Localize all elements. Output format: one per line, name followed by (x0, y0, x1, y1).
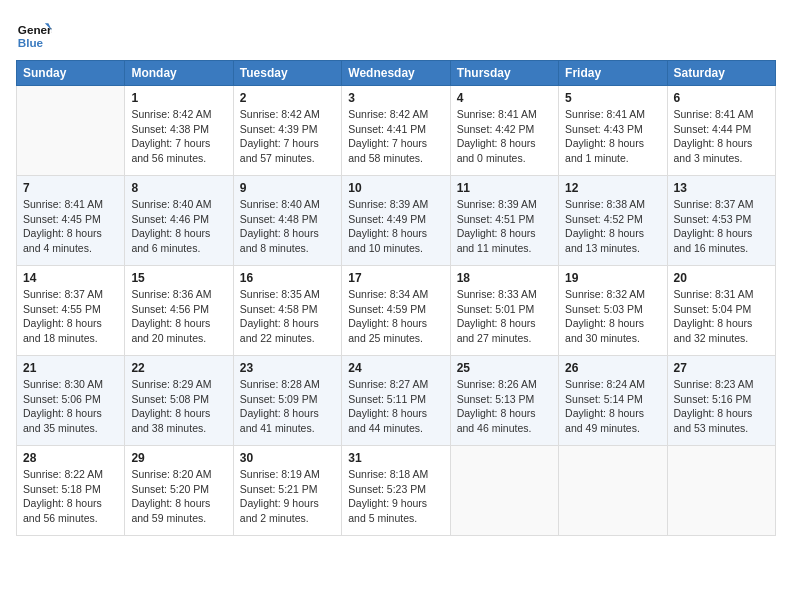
day-number: 19 (565, 271, 660, 285)
day-info: Sunrise: 8:36 AM Sunset: 4:56 PM Dayligh… (131, 287, 226, 346)
calendar-cell (559, 446, 667, 536)
calendar-cell: 31Sunrise: 8:18 AM Sunset: 5:23 PM Dayli… (342, 446, 450, 536)
day-info: Sunrise: 8:40 AM Sunset: 4:48 PM Dayligh… (240, 197, 335, 256)
day-info: Sunrise: 8:32 AM Sunset: 5:03 PM Dayligh… (565, 287, 660, 346)
calendar-cell: 4Sunrise: 8:41 AM Sunset: 4:42 PM Daylig… (450, 86, 558, 176)
day-number: 23 (240, 361, 335, 375)
column-header-friday: Friday (559, 61, 667, 86)
day-info: Sunrise: 8:30 AM Sunset: 5:06 PM Dayligh… (23, 377, 118, 436)
calendar-cell: 3Sunrise: 8:42 AM Sunset: 4:41 PM Daylig… (342, 86, 450, 176)
day-info: Sunrise: 8:29 AM Sunset: 5:08 PM Dayligh… (131, 377, 226, 436)
calendar-cell: 8Sunrise: 8:40 AM Sunset: 4:46 PM Daylig… (125, 176, 233, 266)
day-number: 6 (674, 91, 769, 105)
calendar-cell: 28Sunrise: 8:22 AM Sunset: 5:18 PM Dayli… (17, 446, 125, 536)
day-info: Sunrise: 8:34 AM Sunset: 4:59 PM Dayligh… (348, 287, 443, 346)
calendar-cell: 17Sunrise: 8:34 AM Sunset: 4:59 PM Dayli… (342, 266, 450, 356)
day-info: Sunrise: 8:39 AM Sunset: 4:49 PM Dayligh… (348, 197, 443, 256)
calendar-cell (450, 446, 558, 536)
day-number: 11 (457, 181, 552, 195)
day-number: 1 (131, 91, 226, 105)
calendar-cell: 24Sunrise: 8:27 AM Sunset: 5:11 PM Dayli… (342, 356, 450, 446)
day-info: Sunrise: 8:24 AM Sunset: 5:14 PM Dayligh… (565, 377, 660, 436)
day-info: Sunrise: 8:31 AM Sunset: 5:04 PM Dayligh… (674, 287, 769, 346)
day-number: 24 (348, 361, 443, 375)
day-number: 9 (240, 181, 335, 195)
page-header: General Blue (16, 16, 776, 52)
calendar-cell: 2Sunrise: 8:42 AM Sunset: 4:39 PM Daylig… (233, 86, 341, 176)
day-number: 18 (457, 271, 552, 285)
column-header-sunday: Sunday (17, 61, 125, 86)
day-number: 21 (23, 361, 118, 375)
day-number: 16 (240, 271, 335, 285)
day-info: Sunrise: 8:22 AM Sunset: 5:18 PM Dayligh… (23, 467, 118, 526)
day-info: Sunrise: 8:41 AM Sunset: 4:44 PM Dayligh… (674, 107, 769, 166)
day-number: 27 (674, 361, 769, 375)
svg-text:Blue: Blue (18, 36, 44, 49)
day-info: Sunrise: 8:39 AM Sunset: 4:51 PM Dayligh… (457, 197, 552, 256)
day-number: 7 (23, 181, 118, 195)
column-header-wednesday: Wednesday (342, 61, 450, 86)
day-number: 30 (240, 451, 335, 465)
calendar-cell: 14Sunrise: 8:37 AM Sunset: 4:55 PM Dayli… (17, 266, 125, 356)
day-info: Sunrise: 8:19 AM Sunset: 5:21 PM Dayligh… (240, 467, 335, 526)
day-number: 10 (348, 181, 443, 195)
calendar-cell: 12Sunrise: 8:38 AM Sunset: 4:52 PM Dayli… (559, 176, 667, 266)
column-header-monday: Monday (125, 61, 233, 86)
calendar-cell: 15Sunrise: 8:36 AM Sunset: 4:56 PM Dayli… (125, 266, 233, 356)
day-info: Sunrise: 8:26 AM Sunset: 5:13 PM Dayligh… (457, 377, 552, 436)
calendar-cell: 9Sunrise: 8:40 AM Sunset: 4:48 PM Daylig… (233, 176, 341, 266)
day-number: 12 (565, 181, 660, 195)
day-info: Sunrise: 8:35 AM Sunset: 4:58 PM Dayligh… (240, 287, 335, 346)
day-info: Sunrise: 8:41 AM Sunset: 4:43 PM Dayligh… (565, 107, 660, 166)
calendar-cell: 22Sunrise: 8:29 AM Sunset: 5:08 PM Dayli… (125, 356, 233, 446)
week-row-2: 7Sunrise: 8:41 AM Sunset: 4:45 PM Daylig… (17, 176, 776, 266)
day-number: 3 (348, 91, 443, 105)
day-number: 13 (674, 181, 769, 195)
day-info: Sunrise: 8:42 AM Sunset: 4:41 PM Dayligh… (348, 107, 443, 166)
logo-icon: General Blue (16, 16, 52, 52)
day-number: 26 (565, 361, 660, 375)
day-info: Sunrise: 8:41 AM Sunset: 4:42 PM Dayligh… (457, 107, 552, 166)
header-row: SundayMondayTuesdayWednesdayThursdayFrid… (17, 61, 776, 86)
week-row-3: 14Sunrise: 8:37 AM Sunset: 4:55 PM Dayli… (17, 266, 776, 356)
week-row-1: 1Sunrise: 8:42 AM Sunset: 4:38 PM Daylig… (17, 86, 776, 176)
day-number: 31 (348, 451, 443, 465)
day-info: Sunrise: 8:37 AM Sunset: 4:53 PM Dayligh… (674, 197, 769, 256)
day-info: Sunrise: 8:42 AM Sunset: 4:38 PM Dayligh… (131, 107, 226, 166)
day-info: Sunrise: 8:18 AM Sunset: 5:23 PM Dayligh… (348, 467, 443, 526)
calendar-cell: 11Sunrise: 8:39 AM Sunset: 4:51 PM Dayli… (450, 176, 558, 266)
calendar-cell: 20Sunrise: 8:31 AM Sunset: 5:04 PM Dayli… (667, 266, 775, 356)
calendar-cell: 29Sunrise: 8:20 AM Sunset: 5:20 PM Dayli… (125, 446, 233, 536)
day-info: Sunrise: 8:33 AM Sunset: 5:01 PM Dayligh… (457, 287, 552, 346)
calendar-cell: 21Sunrise: 8:30 AM Sunset: 5:06 PM Dayli… (17, 356, 125, 446)
day-number: 14 (23, 271, 118, 285)
calendar-cell: 16Sunrise: 8:35 AM Sunset: 4:58 PM Dayli… (233, 266, 341, 356)
day-info: Sunrise: 8:27 AM Sunset: 5:11 PM Dayligh… (348, 377, 443, 436)
week-row-4: 21Sunrise: 8:30 AM Sunset: 5:06 PM Dayli… (17, 356, 776, 446)
day-info: Sunrise: 8:23 AM Sunset: 5:16 PM Dayligh… (674, 377, 769, 436)
column-header-tuesday: Tuesday (233, 61, 341, 86)
calendar-cell: 26Sunrise: 8:24 AM Sunset: 5:14 PM Dayli… (559, 356, 667, 446)
calendar-cell: 10Sunrise: 8:39 AM Sunset: 4:49 PM Dayli… (342, 176, 450, 266)
logo: General Blue (16, 16, 52, 52)
day-info: Sunrise: 8:37 AM Sunset: 4:55 PM Dayligh… (23, 287, 118, 346)
calendar-cell: 19Sunrise: 8:32 AM Sunset: 5:03 PM Dayli… (559, 266, 667, 356)
calendar-cell: 23Sunrise: 8:28 AM Sunset: 5:09 PM Dayli… (233, 356, 341, 446)
calendar-cell: 25Sunrise: 8:26 AM Sunset: 5:13 PM Dayli… (450, 356, 558, 446)
day-info: Sunrise: 8:28 AM Sunset: 5:09 PM Dayligh… (240, 377, 335, 436)
day-info: Sunrise: 8:40 AM Sunset: 4:46 PM Dayligh… (131, 197, 226, 256)
calendar-cell (667, 446, 775, 536)
calendar-cell: 6Sunrise: 8:41 AM Sunset: 4:44 PM Daylig… (667, 86, 775, 176)
day-number: 25 (457, 361, 552, 375)
day-number: 15 (131, 271, 226, 285)
day-number: 4 (457, 91, 552, 105)
day-info: Sunrise: 8:38 AM Sunset: 4:52 PM Dayligh… (565, 197, 660, 256)
calendar-table: SundayMondayTuesdayWednesdayThursdayFrid… (16, 60, 776, 536)
day-number: 29 (131, 451, 226, 465)
calendar-cell (17, 86, 125, 176)
day-number: 5 (565, 91, 660, 105)
column-header-thursday: Thursday (450, 61, 558, 86)
day-number: 28 (23, 451, 118, 465)
day-number: 22 (131, 361, 226, 375)
day-number: 20 (674, 271, 769, 285)
